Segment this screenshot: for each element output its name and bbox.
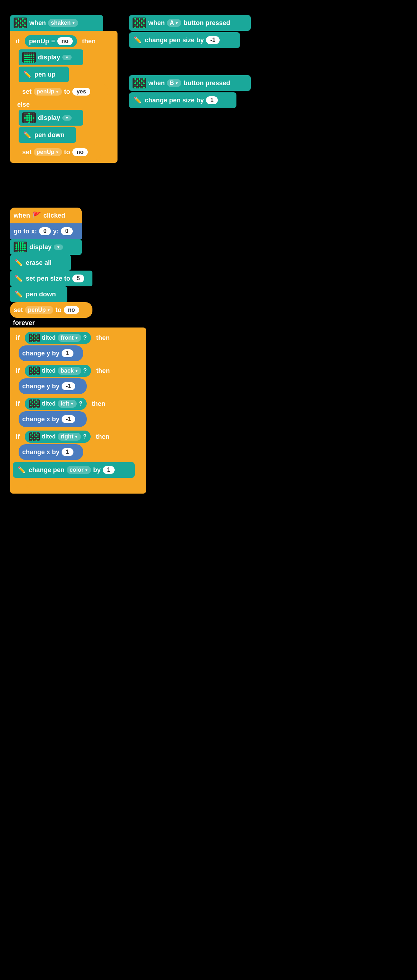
if-right-wrapper: if tilted: [13, 429, 143, 460]
no-pill-2[interactable]: no: [72, 148, 88, 156]
else-body: display ▼ ✏️ pen down set penUp ▼ to no: [19, 110, 115, 160]
left-dropdown[interactable]: left ▼: [58, 400, 77, 408]
val1-pill[interactable]: 1: [62, 349, 73, 357]
microbit-icon: [14, 18, 27, 28]
change-x2-block[interactable]: change x by 1: [19, 444, 83, 460]
display-block-1[interactable]: display ▼: [19, 49, 83, 65]
when-flag-block[interactable]: when 🚩 clicked: [10, 208, 81, 223]
right-dropdown[interactable]: right ▼: [58, 433, 81, 441]
if-front-body: change y by 1: [19, 345, 143, 361]
color-dropdown[interactable]: color ▼: [67, 466, 91, 474]
pen-down-main-label: pen down: [26, 291, 56, 298]
erase-label: erase all: [26, 259, 51, 267]
pen-icon-7: ✏️: [14, 289, 24, 299]
microbit-icon-4: [133, 18, 146, 28]
val2-pill[interactable]: -1: [62, 382, 75, 390]
pen-up-block[interactable]: ✏️ pen up: [19, 67, 69, 82]
if-left-wrapper: if tilted: [13, 396, 143, 427]
if2-label: if: [13, 366, 22, 375]
when-label-2: when: [148, 19, 165, 27]
y-label: y:: [53, 228, 59, 235]
penup-condition[interactable]: penUp = no: [25, 35, 77, 47]
x-val-pill[interactable]: 0: [39, 227, 51, 235]
change-pen-size-1-row: ✏️ change pen size by 1: [129, 92, 251, 108]
penup-var-dropdown-1[interactable]: penUp ▼: [34, 88, 62, 95]
display-dropdown-1[interactable]: ▼: [62, 55, 72, 60]
change-pen-size-1-block[interactable]: ✏️ change pen size by 1: [129, 92, 236, 108]
penup-var-main[interactable]: penUp ▼: [25, 306, 53, 314]
a-dropdown[interactable]: A ▼: [167, 19, 181, 27]
group-flag-clicked: when 🚩 clicked go to x: 0 y: 0 display: [10, 208, 146, 493]
goto-xy-block[interactable]: go to x: 0 y: 0: [10, 223, 81, 239]
when-shaken-block[interactable]: when shaken ▼: [10, 15, 103, 31]
erase-all-block[interactable]: ✏️ erase all: [10, 255, 71, 270]
back-dropdown[interactable]: back ▼: [58, 367, 81, 375]
y-val-pill[interactable]: 0: [61, 227, 73, 235]
set-penup-yes-block[interactable]: set penUp ▼ to yes: [19, 84, 108, 100]
display-block-main[interactable]: display ▼: [10, 239, 81, 255]
if-back-row: if tilted: [13, 363, 143, 378]
change-y1-block[interactable]: change y by 1: [19, 345, 83, 361]
if-front-wrapper: if tilted: [13, 330, 143, 361]
else-label-container: else: [13, 100, 115, 110]
pen-icon-4: ✏️: [133, 95, 142, 105]
pen-icon-6: ✏️: [14, 274, 24, 283]
b-dropdown[interactable]: B ▼: [167, 79, 181, 87]
valx2-pill[interactable]: 1: [62, 448, 73, 456]
set-penup-main-block[interactable]: set penUp ▼ to no: [10, 302, 93, 318]
set-pen-size-label: set pen size to: [26, 275, 70, 282]
button-pressed-label-1: button pressed: [184, 19, 230, 27]
microbit-icon-2: [22, 52, 36, 63]
pen-icon-8: ✏️: [16, 465, 27, 475]
change-pen-color-block[interactable]: ✏️ change pen color ▼ by 1: [13, 462, 135, 478]
group-when-a-pressed: when A ▼ button pressed ✏️ change pen si…: [129, 15, 251, 48]
shaken-dropdown[interactable]: shaken ▼: [48, 19, 78, 27]
forever-label-container: forever: [10, 318, 146, 328]
penup-var-dropdown-2[interactable]: penUp ▼: [34, 148, 62, 156]
then3-label: then: [89, 399, 108, 408]
display-block-2[interactable]: display ▼: [19, 110, 83, 126]
change-x1-block[interactable]: change x by -1: [19, 411, 87, 427]
forever-container: if tilted: [10, 328, 146, 493]
tilted-front-condition[interactable]: tilted front ▼ ?: [25, 332, 91, 344]
valx1-pill[interactable]: -1: [62, 415, 75, 423]
pen-icon-5: ✏️: [14, 258, 24, 268]
change-pen-size-neg1-block[interactable]: ✏️ change pen size by -1: [129, 32, 240, 48]
yes-pill[interactable]: yes: [72, 88, 91, 95]
neg1-pill[interactable]: -1: [206, 36, 220, 44]
change-y2-block[interactable]: change y by -1: [19, 378, 87, 394]
pen-down-main-block[interactable]: ✏️ pen down: [10, 286, 67, 302]
change-pen-label: change pen: [29, 466, 64, 474]
change-pen-size-neg1-row: ✏️ change pen size by -1: [129, 32, 251, 48]
then1-label: then: [93, 334, 112, 342]
display-dropdown-2[interactable]: ▼: [62, 115, 72, 121]
tilted-left-condition[interactable]: tilted left ▼ ?: [25, 398, 87, 410]
microbit-icon-8: [29, 366, 40, 375]
front-dropdown[interactable]: front ▼: [58, 334, 81, 342]
no-val-pill-main[interactable]: no: [64, 306, 80, 314]
forever-label: forever: [10, 318, 38, 327]
by-label: by: [93, 466, 101, 474]
display-dropdown-main[interactable]: ▼: [54, 245, 63, 250]
set-pen-size-block[interactable]: ✏️ set pen size to 5: [10, 270, 93, 286]
flag-icon: 🚩: [32, 211, 41, 220]
if-row: if penUp = no then: [13, 33, 115, 49]
if-back-body: change y by -1: [19, 378, 143, 394]
microbit-icon-7: [29, 334, 40, 342]
tilted-back-condition[interactable]: tilted back ▼ ?: [25, 365, 91, 377]
pos1-pill[interactable]: 1: [206, 96, 218, 104]
if-left-row: if tilted: [13, 396, 143, 411]
color-val-pill[interactable]: 1: [103, 466, 115, 474]
pen-down-block[interactable]: ✏️ pen down: [19, 127, 76, 143]
when-a-block[interactable]: when A ▼ button pressed: [129, 15, 251, 31]
if-right-body: change x by 1: [19, 444, 143, 460]
set-penup-no-block[interactable]: set penUp ▼ to no: [19, 144, 101, 160]
no-pill[interactable]: no: [58, 37, 73, 45]
tilted-right-condition[interactable]: tilted right ▼ ?: [25, 431, 91, 443]
clicked-label: clicked: [43, 212, 65, 220]
pen-icon-1: ✏️: [22, 70, 32, 80]
pen-size-val-pill[interactable]: 5: [72, 275, 84, 282]
when-b-block[interactable]: when B ▼ button pressed: [129, 75, 251, 91]
pen-icon-3: ✏️: [133, 35, 142, 45]
if-label: if: [13, 37, 22, 46]
